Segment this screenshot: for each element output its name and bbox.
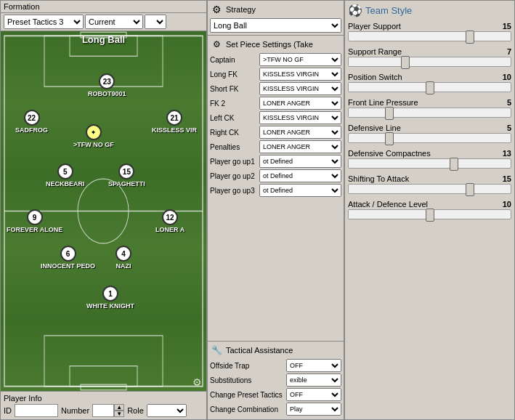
slider-player-support-label-row: Player Support 15 <box>348 22 511 31</box>
attack-defence-thumb[interactable] <box>426 209 434 222</box>
preset-tactics-select[interactable]: Preset Tactics 3 <box>4 15 84 29</box>
svg-rect-8 <box>81 384 126 390</box>
shifting-attack-thumb[interactable] <box>466 183 474 196</box>
player-5[interactable]: 5 NECKBEARI <box>46 163 85 187</box>
up3-select[interactable]: ot Defined <box>259 184 341 197</box>
team-style-title: Team Style <box>365 5 412 16</box>
extra-select[interactable] <box>145 15 166 29</box>
attack-defence-label: Attack / Defence Level <box>348 200 428 209</box>
player-support-label: Player Support <box>348 22 401 31</box>
captain-select[interactable]: >TFW NO GF <box>259 53 341 66</box>
set-piece-row-rightck: Right CK LONER ANGER <box>210 126 341 139</box>
player-5-name: NECKBEARI <box>46 180 85 187</box>
up2-select[interactable]: ot Defined <box>259 169 341 182</box>
up1-select[interactable]: ot Defined <box>259 155 341 168</box>
player-0-circle: ✦ <box>86 124 102 140</box>
defensive-line-thumb[interactable] <box>385 132 394 145</box>
formation-label: Formation <box>4 2 40 11</box>
player-6-circle: 6 <box>60 246 76 262</box>
change-combo-select[interactable]: Play <box>286 403 341 416</box>
id-label: ID <box>4 406 12 415</box>
captain-label: Captain <box>210 56 259 64</box>
player-1[interactable]: 1 WHITE KNIGHT <box>86 286 134 310</box>
player-9[interactable]: 9 FOREVER ALONE <box>7 209 62 233</box>
player-5-circle: 5 <box>57 163 73 179</box>
tactical-label: Tactical Assistance <box>226 346 293 355</box>
longfk-select[interactable]: KISSLESS VIRGIN <box>259 68 341 81</box>
player-22[interactable]: 22 SADFROG <box>15 110 48 134</box>
tactical-section: 🔧 Tactical Assistance Offside Trap OFF S… <box>208 342 344 419</box>
defensive-line-track <box>348 133 511 143</box>
slider-defensive-line-label-row: Defensive Line 5 <box>348 124 511 132</box>
subs-select[interactable]: exible <box>286 373 341 387</box>
player-0[interactable]: ✦ >TFW NO GF <box>73 124 114 148</box>
id-input[interactable] <box>15 404 58 417</box>
current-select[interactable]: Current <box>85 15 143 29</box>
change-preset-label: Change Preset Tactics <box>210 391 286 399</box>
set-piece-row-up2: Player go up2 ot Defined <box>210 169 341 182</box>
role-select[interactable] <box>147 404 187 417</box>
player-22-circle: 22 <box>24 110 40 126</box>
rightck-select[interactable]: LONER ANGER <box>259 126 341 139</box>
number-input[interactable]: 1 <box>92 404 114 417</box>
player-info-fields: ID Number 1 ▲ ▼ Role <box>4 404 203 417</box>
player-15-name: SPAGHETTI <box>108 180 145 187</box>
penalties-select[interactable]: LONER ANGER <box>259 140 341 153</box>
spin-down-button[interactable]: ▼ <box>114 411 124 417</box>
player-22-name: SADFROG <box>15 126 48 134</box>
player-4[interactable]: 4 NAZI <box>115 246 131 270</box>
strategy-label: Strategy <box>226 5 256 14</box>
change-preset-select[interactable]: OFF <box>286 388 341 401</box>
support-range-track <box>348 57 511 67</box>
player-6[interactable]: 6 INNOCENT PEDO <box>41 246 95 270</box>
tactical-row-change-preset: Change Preset Tactics OFF <box>210 388 341 401</box>
formation-controls: Preset Tactics 3 Current <box>1 13 206 31</box>
position-switch-thumb[interactable] <box>426 81 434 94</box>
set-piece-row-up1: Player go up1 ot Defined <box>210 155 341 168</box>
position-switch-value: 10 <box>503 73 511 81</box>
main-container: Formation Preset Tactics 3 Current <box>0 0 515 420</box>
slider-defensive-line: Defensive Line 5 <box>348 124 511 143</box>
player-23[interactable]: 23 ROBOT9001 <box>88 73 126 97</box>
player-15[interactable]: 15 SPAGHETTI <box>108 163 145 187</box>
set-piece-label: Set Piece Settings (Take <box>226 40 313 49</box>
defensive-compact-label: Defensive Compactnes <box>348 149 431 158</box>
slider-support-range: Support Range 7 <box>348 47 511 67</box>
player-info-section: Player Info ID Number 1 ▲ ▼ Role <box>1 391 206 419</box>
middle-panel: ⚙ Strategy Long Ball ⚙ Set Piece Setting… <box>207 0 344 420</box>
player-12[interactable]: 12 LONER A <box>155 209 184 233</box>
set-piece-row-leftck: Left CK KISSLESS VIRGIN <box>210 111 341 124</box>
spin-buttons: ▲ ▼ <box>114 404 124 417</box>
fk2-select[interactable]: LONER ANGER <box>259 97 341 110</box>
player-1-name: WHITE KNIGHT <box>86 302 134 310</box>
strategy-select[interactable]: Long Ball <box>210 18 341 33</box>
field-settings-icon[interactable]: ⚙ <box>192 376 202 388</box>
set-piece-row-captain: Captain >TFW NO GF <box>210 53 341 66</box>
subs-label: Substitutions <box>210 376 286 384</box>
shifting-attack-track <box>348 184 511 194</box>
support-range-thumb[interactable] <box>401 56 410 69</box>
attack-defence-value: 10 <box>503 200 511 209</box>
leftck-label: Left CK <box>210 114 259 122</box>
player-21[interactable]: 21 KISSLESS VIR <box>152 110 197 134</box>
left-panel: Formation Preset Tactics 3 Current <box>0 0 207 420</box>
offside-label: Offside Trap <box>210 362 286 370</box>
offside-select[interactable]: OFF <box>286 359 341 372</box>
field-strategy-label: Long Ball <box>82 34 125 45</box>
shortfk-label: Short FK <box>210 85 259 93</box>
slider-front-line-label-row: Front Line Pressure 5 <box>348 98 511 107</box>
player-4-circle: 4 <box>115 246 131 262</box>
defensive-compact-thumb[interactable] <box>450 158 458 171</box>
spin-up-button[interactable]: ▲ <box>114 404 124 411</box>
support-range-value: 7 <box>507 47 511 56</box>
front-line-thumb[interactable] <box>385 107 394 120</box>
set-piece-icon: ⚙ <box>210 38 223 51</box>
shortfk-select[interactable]: KISSLESS VIRGIN <box>259 82 341 95</box>
set-piece-header: ⚙ Set Piece Settings (Take <box>210 38 341 51</box>
player-6-name: INNOCENT PEDO <box>41 262 95 270</box>
team-style-icon: ⚽ <box>348 4 362 17</box>
player-support-thumb[interactable] <box>466 31 474 44</box>
tactical-row-change-combo: Change Combination Play <box>210 403 341 416</box>
leftck-select[interactable]: KISSLESS VIRGIN <box>259 111 341 124</box>
role-label: Role <box>127 406 144 415</box>
